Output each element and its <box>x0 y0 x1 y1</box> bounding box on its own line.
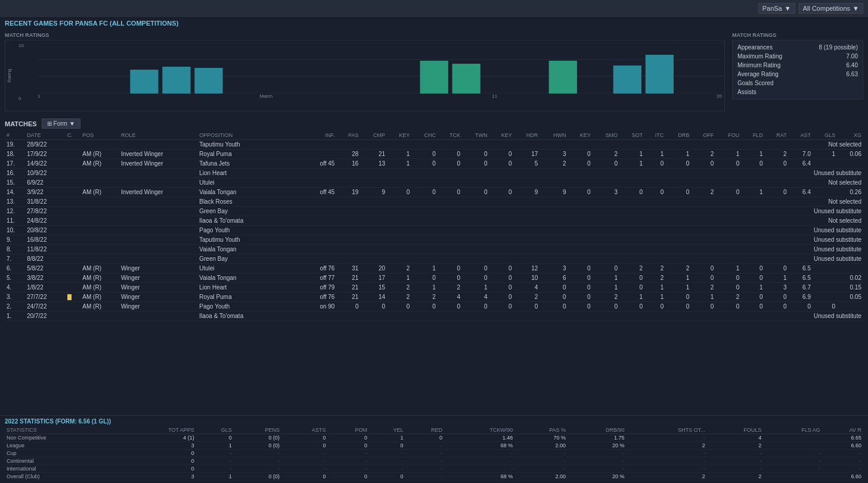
form-button[interactable]: ⊞ Form ▼ <box>42 119 80 129</box>
table-cell: Winger <box>119 302 197 311</box>
table-cell <box>66 254 81 264</box>
assists-row: Assists <box>737 88 858 96</box>
table-cell <box>66 149 81 159</box>
table-row[interactable]: 12.27/8/22Green BayUnused substitute <box>5 207 863 216</box>
y-min-label: 0 <box>18 96 21 101</box>
stat-cell-key3: 0 <box>568 149 593 159</box>
table-cell <box>66 140 81 149</box>
stat-cell-xg: 0.06 <box>837 149 863 159</box>
stat-cell-sot: 0 <box>619 283 644 292</box>
stat-cell-hwn: 9 <box>540 188 568 197</box>
stat-cell-cmp: 0 <box>360 302 387 311</box>
chart-section: MATCH RATINGS Rating 10 0 <box>0 30 868 116</box>
table-row[interactable]: 19.28/9/22Taputimu YouthNot selected <box>5 140 863 149</box>
table-row[interactable]: 17.14/9/22AM (R)Inverted WingerTafuna Je… <box>5 159 863 169</box>
table-row[interactable]: 7.8/8/22Green BayUnused substitute <box>5 254 863 264</box>
col-pas: PAS <box>336 131 360 140</box>
match-status: Unused substitute <box>305 254 863 264</box>
table-row[interactable]: 3.27/7/22AM (R)WingerRoyal Pumaoff 76211… <box>5 292 863 302</box>
col-pos: POS <box>80 131 119 140</box>
stat-cell-key3: 0 <box>568 159 593 169</box>
match-status: Not selected <box>305 197 863 207</box>
col-drb: DRB <box>665 131 691 140</box>
table-cell: Utulei <box>197 264 305 273</box>
avg-rating-row: Average Rating 6.63 <box>737 70 858 79</box>
table-cell: AM (R) <box>80 283 119 292</box>
stat-cell-key2: 0 <box>489 292 513 302</box>
sh-shts: SHTS OT... <box>627 426 707 434</box>
table-row[interactable]: 10.20/8/22Pago YouthUnused substitute <box>5 226 863 235</box>
stats-cell-yel: - <box>369 457 405 465</box>
table-cell: 13. <box>5 197 25 207</box>
table-row[interactable]: 2.24/7/22AM (R)WingerPago Youthon 900000… <box>5 302 863 311</box>
col-off: OFF <box>691 131 715 140</box>
table-row[interactable]: 14.3/9/22AM (R)Inverted WingerVaiala Ton… <box>5 188 863 197</box>
stats-cell-tckw90: 68 % <box>444 442 514 450</box>
stat-cell-tck: 2 <box>438 283 462 292</box>
stat-cell-chc: 0 <box>411 159 438 169</box>
table-row[interactable]: 8.11/8/22Vaiala TonganUnused substitute <box>5 245 863 254</box>
stats-cell-fouls: - <box>707 465 764 473</box>
stats-cell-pom: 0 <box>327 434 369 442</box>
col-gls: GLS <box>813 131 837 140</box>
col-smo: SMO <box>593 131 619 140</box>
stats-cell-pom: 0 <box>327 473 369 481</box>
stats-cell-tot_apps: 0 <box>118 465 196 473</box>
stat-cell-off: 2 <box>691 188 715 197</box>
x-label-11: 11 <box>492 94 497 99</box>
stats-cell-gls: 0 <box>196 434 234 442</box>
stats-cell-shts: - <box>627 450 707 457</box>
stat-cell-xg <box>837 264 863 273</box>
stats-cell-red: 0 <box>405 434 444 442</box>
table-row[interactable]: 15.6/9/22UtuleiNot selected <box>5 178 863 188</box>
x-axis-label-match: Match <box>259 94 272 99</box>
table-cell: Lion Heart <box>197 283 305 292</box>
stat-cell-fld: 0 <box>741 159 764 169</box>
sh-asts: ASTS <box>281 426 327 434</box>
stat-cell-cmp: 17 <box>360 273 387 283</box>
table-row[interactable]: 1.20/7/22Ilaoa & To'omataUnused substitu… <box>5 311 863 321</box>
stats-cell-yel: - <box>369 450 405 457</box>
table-row[interactable]: 16.10/9/22Lion HeartUnused substitute <box>5 169 863 178</box>
stats-cell-fouls: 4 <box>707 434 764 442</box>
table-cell: AM (R) <box>80 159 119 169</box>
table-row[interactable]: 11.24/8/22Ilaoa & To'omataNot selected <box>5 216 863 226</box>
stat-cell-chc: 1 <box>411 283 438 292</box>
stat-cell-cmp: 15 <box>360 283 387 292</box>
table-cell: Utulei <box>197 178 305 188</box>
table-cell: 5/8/22 <box>25 264 66 273</box>
table-row[interactable]: 6.5/8/22AM (R)WingerUtuleioff 7631202100… <box>5 264 863 273</box>
table-row[interactable]: 4.1/8/22AM (R)WingerLion Heartoff 792115… <box>5 283 863 292</box>
stat-cell-key2: 0 <box>489 273 513 283</box>
stat-cell-gls <box>813 292 837 302</box>
stat-cell-fld: 0 <box>741 273 764 283</box>
stats-cell-shts: - <box>627 434 707 442</box>
stat-cell-sot: 2 <box>619 264 644 273</box>
table-cell <box>119 254 197 264</box>
table-cell: 9. <box>5 235 25 245</box>
table-cell: Ilaoa & To'omata <box>197 311 305 321</box>
match-status: Unused substitute <box>305 245 863 254</box>
stat-cell-fld: 1 <box>741 283 764 292</box>
col-role: ROLE <box>119 131 197 140</box>
table-row[interactable]: 5.3/8/22AM (R)WingerVaiala Tonganoff 772… <box>5 273 863 283</box>
table-cell: Winger <box>119 264 197 273</box>
player-dropdown[interactable]: PanSa ▼ <box>758 3 795 14</box>
matches-table: # DATE C. POS ROLE OPPOSITION INF. PAS C… <box>5 131 863 321</box>
stats-cell-asts: - <box>281 465 327 473</box>
stat-cell-fld: 1 <box>741 149 764 159</box>
stats-cell-label: Cup <box>5 450 118 457</box>
competition-dropdown[interactable]: All Competitions ▼ <box>799 3 863 14</box>
stat-cell-itc: 0 <box>644 159 665 169</box>
table-row[interactable]: 13.31/8/22Black RosesNot selected <box>5 197 863 207</box>
table-cell: Inverted Winger <box>119 188 197 197</box>
stat-cell-rat: 3 <box>765 283 789 292</box>
stats-cell-drb90: - <box>568 450 626 457</box>
table-row[interactable]: 18.17/9/22AM (R)Inverted WingerRoyal Pum… <box>5 149 863 159</box>
table-row[interactable]: 9.16/8/22Taputimu YouthUnused substitute <box>5 235 863 245</box>
chevron-down-icon2: ▼ <box>852 5 859 12</box>
stat-cell-rat: 0 <box>765 159 789 169</box>
stat-cell-ast: 6.4 <box>789 188 813 197</box>
stat-cell-ast: 6.7 <box>789 283 813 292</box>
min-rating-value: 6.40 <box>847 62 858 68</box>
